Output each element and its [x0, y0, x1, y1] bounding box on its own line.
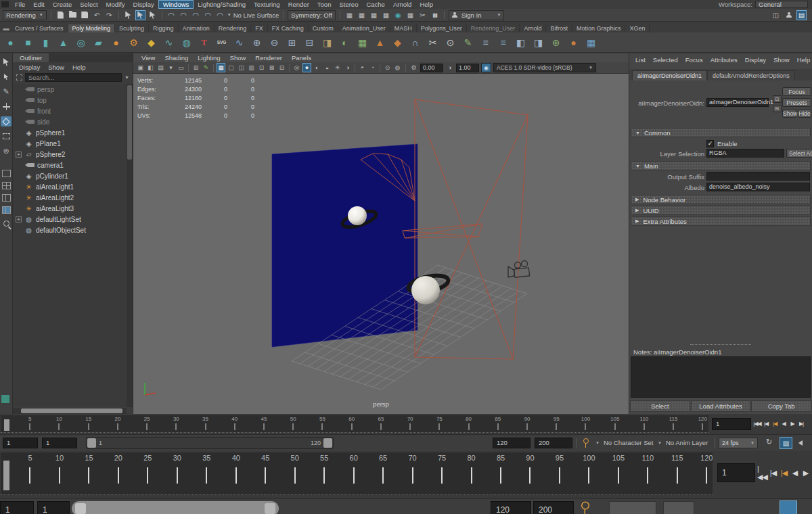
ae-menu-attributes[interactable]: Attributes [707, 56, 741, 64]
save-scene-button[interactable] [80, 10, 90, 20]
animation-start-field-large[interactable]: 1 [0, 501, 34, 514]
exposure-field[interactable]: 0.00 [420, 64, 443, 72]
outliner-item-aiarealight2[interactable]: ☀aiAreaLight2 [13, 192, 127, 203]
resolution-gate-icon[interactable]: ◫ [237, 63, 246, 72]
snap-to-surface-button[interactable]: ◠ [215, 10, 225, 20]
menu-item-edit[interactable]: Edit [29, 0, 48, 9]
shelf-tab-sculpting[interactable]: Sculpting [115, 24, 149, 32]
snap-to-point-button[interactable]: ◠ [191, 10, 201, 20]
cut-icon[interactable]: ✂ [418, 10, 428, 20]
shelf-tab-fx-caching[interactable]: FX Caching [268, 24, 309, 32]
safe-title-icon[interactable]: ⊟ [277, 63, 286, 72]
audio-mute-icon[interactable] [798, 440, 803, 446]
outliner-item-camera1[interactable]: camera1 [13, 160, 127, 170]
ae-tab-aiimagerdenoiseroidn1[interactable]: aiImagerDenoiserOidn1 [632, 70, 707, 80]
shelf-poly-gear-icon[interactable]: ⚙ [126, 34, 141, 51]
lighting-icon[interactable]: ☀ [333, 63, 342, 72]
shelf-poly-torus-icon[interactable]: ◎ [73, 34, 89, 51]
snap-to-plane-button[interactable]: ◠ [203, 10, 213, 20]
shelf-bevel-icon[interactable]: ◆ [390, 34, 405, 51]
select-aovs-button[interactable]: Select AO [786, 149, 812, 158]
shelf-poly-plane-icon[interactable]: ▰ [91, 34, 106, 51]
shelf-poly-helix-icon[interactable]: ∿ [161, 34, 177, 51]
color-management-icon[interactable]: ◉ [481, 63, 491, 72]
shelf-smooth-icon[interactable]: ◐ [337, 34, 353, 51]
range-end-handle[interactable] [265, 503, 275, 514]
character-controls-icon[interactable]: ◫ [771, 10, 781, 20]
camera-lock-icon[interactable]: ◧ [146, 63, 155, 72]
section-uuid[interactable]: ▶UUID [631, 206, 811, 215]
output-suffix-field[interactable] [706, 172, 810, 181]
menu-item-create[interactable]: Create [49, 0, 76, 9]
shelf-tab-rigging[interactable]: Rigging [149, 24, 179, 32]
screen-space-ao-icon[interactable]: ◓ [358, 63, 367, 72]
shelf-poly-platonic-icon[interactable]: ◆ [143, 34, 159, 51]
outliner-item-psphere2[interactable]: +▱pSphere2 [13, 149, 127, 160]
menu-item-lighting-shading[interactable]: Lighting/Shading [194, 0, 250, 9]
snap-to-curve-button[interactable]: ◠ [179, 10, 189, 20]
section-common[interactable]: ▼Common [631, 128, 811, 137]
shelf-tab-rendering[interactable]: Rendering [215, 24, 252, 32]
zoom-tool-button[interactable] [1, 218, 12, 229]
outliner-item-top[interactable]: top [13, 95, 127, 106]
anim-layer-dropdown[interactable]: No Anim Layer [666, 439, 708, 446]
snap-to-grid-button[interactable]: ◠ [166, 10, 177, 20]
ae-button-select[interactable]: Select [630, 400, 690, 412]
shelf-tab-fx[interactable]: FX [251, 24, 268, 32]
sphere-2-object[interactable] [411, 276, 440, 304]
new-tab-icon[interactable]: ⊟ [773, 105, 782, 112]
menu-item-modify[interactable]: Modify [102, 0, 129, 9]
ae-menu-show[interactable]: Show [770, 56, 793, 64]
animation-preferences-button[interactable]: ▤ [780, 437, 792, 449]
play-forward-button[interactable]: ▶ [800, 463, 811, 483]
fps-dropdown[interactable]: 24 fps▼ [719, 438, 758, 448]
scale-tool-button[interactable] [1, 131, 12, 141]
play-backwards-button[interactable]: ◀ [780, 417, 788, 429]
presets-button[interactable]: Presets [782, 98, 811, 107]
channel-box-toggle-icon[interactable]: ▤ [796, 10, 807, 20]
menu-item-render[interactable]: Render [284, 0, 313, 9]
shelf-extract-icon[interactable]: ◨ [319, 34, 335, 51]
outliner-vertical-scrollbar[interactable] [127, 84, 133, 407]
shelf-tab-curves-surfaces[interactable]: Curves / Surfaces [11, 24, 68, 32]
isolate-select-icon[interactable]: ⊙ [383, 63, 392, 72]
step-back-key-button[interactable]: |◀ [771, 417, 779, 429]
shelf-mirror-icon[interactable]: ◧ [513, 34, 528, 51]
layout-single-pane-button[interactable] [2, 170, 11, 177]
ae-menu-selected[interactable]: Selected [650, 56, 681, 64]
play-forward-button[interactable]: ▶ [788, 417, 796, 429]
shelf-tab-arnold[interactable]: Arnold [520, 24, 546, 32]
ae-menu-focus[interactable]: Focus [682, 56, 706, 64]
menu-item-file[interactable]: File [11, 0, 29, 9]
range-start-handle[interactable] [75, 503, 86, 514]
set-key-icon[interactable] [579, 500, 591, 514]
step-back-key-button[interactable]: |◀ [779, 463, 789, 483]
expand-toggle-icon[interactable]: + [16, 216, 22, 223]
current-frame-marker[interactable] [4, 419, 9, 431]
layout-four-pane-button[interactable] [2, 182, 11, 189]
expand-toggle-icon[interactable]: + [16, 151, 22, 158]
shelf-svg-tool-icon[interactable]: SVG [214, 34, 229, 51]
shelf-tab-motion-graphics[interactable]: Motion Graphics [572, 24, 626, 32]
enable-checkbox[interactable]: ✓ [706, 140, 714, 147]
character-set-dropdown[interactable]: No Character Set [604, 439, 653, 446]
layer-selection-field[interactable]: RGBA [706, 149, 784, 158]
viewport-menu-lighting[interactable]: Lighting [194, 54, 224, 62]
playback-start-field[interactable]: 1 [42, 438, 77, 448]
notes-textarea[interactable] [631, 356, 811, 398]
anim-layer-dropdown-large[interactable] [663, 501, 694, 514]
shelf-separate-icon[interactable]: ⊟ [302, 34, 317, 51]
wireframe-icon[interactable]: ◎ [292, 63, 301, 72]
ae-menu-list[interactable]: List [632, 56, 649, 64]
viewport-canvas[interactable] [133, 74, 629, 414]
outliner-item-pplane1[interactable]: ◈pPlane1 [13, 138, 127, 149]
shelf-bridge-icon[interactable]: ∩ [407, 34, 423, 51]
gamma-field[interactable]: 1.00 [456, 64, 479, 72]
go-to-start-button[interactable]: |◀◀ [757, 463, 767, 483]
menu-item-windows[interactable]: Windows [158, 0, 194, 9]
animation-start-field[interactable]: 1 [3, 438, 38, 448]
step-back-frame-button[interactable]: |◀ [768, 463, 778, 483]
go-to-end-button[interactable]: ▶| [797, 417, 805, 429]
camera-attributes-icon[interactable]: ▤ [156, 63, 165, 72]
move-tool-button[interactable] [1, 101, 12, 112]
